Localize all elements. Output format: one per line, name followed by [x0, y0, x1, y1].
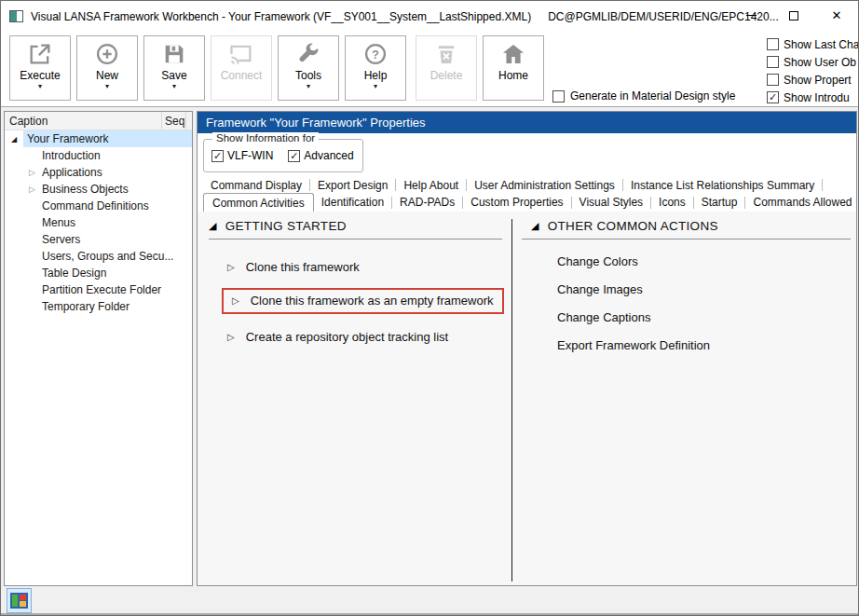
tab-custom-properties[interactable]: Custom Properties	[463, 197, 571, 209]
close-button[interactable]: ✕	[815, 1, 858, 30]
properties-title-bar: Framework "Your Framework" Properties	[198, 112, 856, 133]
show-last-checkbox[interactable]: Show Last Cha	[767, 35, 859, 53]
checkbox-label: Show User Ob	[784, 56, 856, 69]
checkbox-box	[552, 90, 565, 103]
connect-button[interactable]: Connect	[211, 35, 272, 101]
tab-rad-pads[interactable]: RAD-PADs	[392, 197, 463, 209]
vlf-win-checkbox[interactable]: ✓ VLF-WIN	[211, 149, 273, 162]
checkbox-box: ✓	[767, 91, 779, 103]
properties-panel: Framework "Your Framework" Properties Sh…	[197, 111, 857, 586]
close-icon: ✕	[832, 9, 842, 21]
home-button[interactable]: Home	[483, 35, 544, 101]
tree-item-label: Partition Execute Folder	[42, 283, 161, 296]
connect-icon	[228, 41, 254, 67]
tab-identification[interactable]: Identification	[314, 197, 392, 209]
show-introduction-checkbox[interactable]: ✓ Show Introdu	[767, 89, 859, 106]
tree-item-label: Command Definitions	[42, 199, 149, 212]
show-property-checkbox[interactable]: Show Propert	[767, 71, 859, 89]
button-label: New	[96, 69, 118, 82]
new-button[interactable]: New ▾	[76, 35, 138, 101]
framework-taskbar-button[interactable]	[7, 588, 32, 613]
tree-item-temporary-folder[interactable]: Temporary Folder	[5, 298, 192, 315]
help-icon: ?	[362, 41, 389, 67]
tab-commands-allowed[interactable]: Commands Allowed	[745, 197, 859, 209]
tab-help-about[interactable]: Help About	[396, 179, 467, 191]
app-window: Visual LANSA Framework Workbench - Your …	[0, 0, 859, 616]
button-label: Tools	[295, 69, 321, 82]
tab-command-display[interactable]: Command Display	[203, 179, 310, 191]
seq-column-header[interactable]: Seq	[162, 112, 186, 130]
action-change-colors[interactable]: Change Colors	[557, 254, 851, 268]
window-bottom-edge	[1, 613, 858, 615]
tree-expanded-icon[interactable]: ◢	[11, 130, 17, 147]
tab-icons[interactable]: Icons	[651, 197, 694, 209]
maximize-icon	[789, 11, 798, 21]
properties-title: Framework "Your Framework" Properties	[206, 116, 426, 130]
tree-item-business-objects[interactable]: ▷ Business Objects	[5, 181, 192, 198]
action-arrow-icon: ▷	[232, 295, 239, 306]
maximize-button[interactable]	[772, 1, 815, 30]
checkbox-box	[767, 74, 779, 86]
action-clone-framework[interactable]: ▷ Clone this framework	[227, 260, 502, 274]
action-clone-empty-framework[interactable]: ▷ Clone this framework as an empty frame…	[222, 288, 504, 314]
tree-item-command-definitions[interactable]: Command Definitions	[5, 198, 192, 214]
tree-collapsed-icon[interactable]: ▷	[29, 181, 35, 198]
show-user-checkbox[interactable]: Show User Ob	[767, 53, 859, 71]
button-label: Delete	[430, 69, 463, 82]
section-rule	[209, 239, 502, 240]
chevron-down-icon: ▾	[374, 83, 377, 90]
tree-item-label: Servers	[42, 233, 80, 246]
action-change-images[interactable]: Change Images	[557, 282, 851, 296]
tree-item-servers[interactable]: Servers	[5, 231, 192, 248]
execute-button[interactable]: Execute ▾	[9, 35, 71, 101]
save-button[interactable]: Save ▾	[143, 35, 205, 101]
delete-button[interactable]: Delete	[416, 35, 477, 101]
button-label: Help	[364, 69, 388, 82]
tab-visual-styles[interactable]: Visual Styles	[572, 197, 651, 209]
section-title: OTHER COMMON ACTIONS	[548, 219, 718, 233]
tree-item-introduction[interactable]: Introduction	[5, 147, 192, 164]
generate-material-checkbox[interactable]: Generate in Material Design style	[552, 89, 735, 103]
header-spacer	[186, 112, 192, 130]
action-export-framework-definition[interactable]: Export Framework Definition	[557, 338, 851, 352]
tree-item-partition-execute-folder[interactable]: Partition Execute Folder	[5, 281, 192, 298]
tab-user-administration-settings[interactable]: User Administration Settings	[467, 179, 623, 191]
groupbox-legend: Show Information for	[212, 132, 319, 144]
tree-item-menus[interactable]: Menus	[5, 214, 192, 231]
title-bar: Visual LANSA Framework Workbench - Your …	[1, 1, 858, 32]
tab-row-secondary: Command Display Export Design Help About…	[203, 177, 823, 193]
section-rule	[522, 239, 851, 240]
tab-instance-list-relationships-summary[interactable]: Instance List Relationships Summary	[623, 179, 823, 191]
chevron-down-icon: ▾	[105, 83, 109, 90]
tools-button[interactable]: Tools ▾	[278, 35, 339, 101]
action-arrow-icon: ▷	[227, 262, 235, 272]
tree-item-your-framework[interactable]: ◢ Your Framework	[5, 130, 192, 147]
getting-started-header[interactable]: ◢ GETTING STARTED	[209, 219, 502, 233]
action-create-tracking-list[interactable]: ▷ Create a repository object tracking li…	[227, 330, 502, 344]
tree-item-label: Temporary Folder	[42, 300, 130, 313]
help-button[interactable]: ? Help ▾	[345, 35, 406, 101]
other-common-actions-header[interactable]: ◢ OTHER COMMON ACTIONS	[522, 219, 851, 233]
show-options-group: Show Last Cha Show User Ob Show Propert …	[767, 35, 859, 106]
checkbox-label: Show Propert	[784, 74, 852, 87]
show-information-groupbox: Show Information for ✓ VLF-WIN ✓ Advance…	[203, 139, 363, 172]
chevron-down-icon: ▾	[172, 83, 176, 90]
button-label: Connect	[221, 69, 263, 82]
minimize-button[interactable]	[729, 1, 772, 30]
action-change-captions[interactable]: Change Captions	[557, 310, 851, 324]
tree-item-applications[interactable]: ▷ Applications	[5, 164, 192, 181]
advanced-checkbox[interactable]: ✓ Advanced	[288, 149, 353, 162]
tab-export-design[interactable]: Export Design	[310, 179, 396, 191]
tab-startup[interactable]: Startup	[694, 197, 746, 209]
navigation-tree-panel: Caption Seq ◢ Your Framework Introductio…	[4, 111, 193, 586]
action-label: Clone this framework	[246, 260, 360, 274]
tree-collapsed-icon[interactable]: ▷	[29, 164, 35, 181]
button-label: Home	[498, 69, 528, 82]
highlighted-action-wrapper: ▷ Clone this framework as an empty frame…	[222, 288, 502, 314]
caption-column-header[interactable]: Caption	[5, 112, 162, 130]
window-title: Visual LANSA Framework Workbench - Your …	[31, 10, 531, 23]
checkbox-box: ✓	[211, 150, 224, 162]
tab-common-activities[interactable]: Common Activities	[203, 193, 314, 212]
tree-item-table-design[interactable]: Table Design	[5, 265, 192, 281]
tree-item-users-groups[interactable]: Users, Groups and Secu...	[5, 248, 192, 265]
